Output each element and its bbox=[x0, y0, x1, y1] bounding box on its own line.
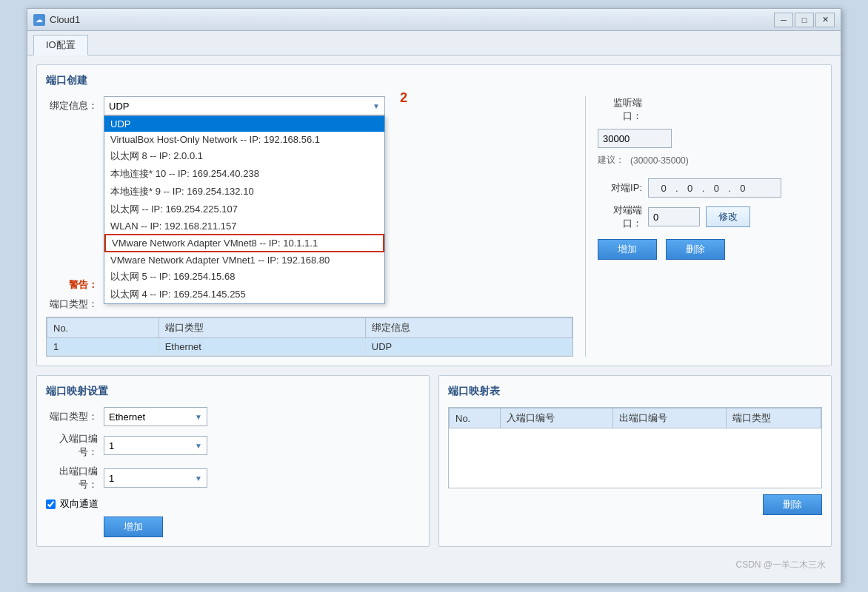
listen-port-row: 监听端口： bbox=[598, 96, 822, 123]
dropdown-item-vbox[interactable]: VirtualBox Host-Only Network -- IP: 192.… bbox=[104, 132, 384, 147]
mapping-port-type-select[interactable]: Ethernet ▼ bbox=[104, 407, 207, 426]
dropdown-item-wlan[interactable]: WLAN -- IP: 192.168.211.157 bbox=[104, 218, 384, 234]
in-port-row: 入端口编号： 1 ▼ bbox=[46, 432, 420, 459]
mapping-table: No. 入端口编号 出端口编号 端口类型 bbox=[449, 408, 821, 488]
dropdown-item-eth5[interactable]: 以太网 5 -- IP: 169.254.15.68 bbox=[104, 268, 384, 286]
binding-selected-text: UDP bbox=[109, 101, 129, 112]
minimize-button[interactable]: ─ bbox=[774, 13, 793, 27]
col-binding: 绑定信息 bbox=[365, 318, 572, 338]
remote-port-row: 对端端口： 修改 bbox=[598, 204, 822, 230]
mapping-table-container: No. 入端口编号 出端口编号 端口类型 bbox=[448, 407, 822, 488]
dropdown-item-local10[interactable]: 本地连接* 10 -- IP: 169.254.40.238 bbox=[104, 165, 384, 183]
in-port-text: 1 bbox=[109, 440, 114, 451]
modify-button[interactable]: 修改 bbox=[706, 206, 750, 227]
bottom-area: 端口映射设置 端口类型： Ethernet ▼ 入端口编号： 1 ▼ bbox=[36, 375, 832, 556]
config-section: 监听端口： 30000 建议： (30000-35000) 对端IP: bbox=[585, 96, 822, 357]
cell-no: 1 bbox=[47, 338, 159, 356]
remote-port-input[interactable] bbox=[648, 207, 700, 226]
mapping-add-row: 增加 bbox=[46, 517, 420, 537]
out-port-text: 1 bbox=[109, 473, 114, 484]
hint-range: (30000-35000) bbox=[630, 155, 689, 166]
port-mapping-table-section: 端口映射表 No. 入端口编号 出端口编号 端口类型 bbox=[438, 375, 832, 547]
map-col-no: No. bbox=[450, 408, 501, 428]
in-port-select[interactable]: 1 ▼ bbox=[104, 436, 207, 455]
col-no: No. bbox=[47, 318, 159, 338]
in-port-label: 入端口编号： bbox=[46, 432, 98, 459]
out-port-select[interactable]: 1 ▼ bbox=[104, 468, 207, 488]
window-controls: ─ □ ✕ bbox=[774, 13, 835, 27]
port-mapping-title: 端口映射设置 bbox=[46, 385, 420, 398]
app-icon: ☁ bbox=[33, 14, 45, 26]
listen-port-input-row: 30000 bbox=[598, 129, 822, 148]
port-mapping-table-title: 端口映射表 bbox=[448, 385, 822, 398]
binding-dropdown-list: UDP VirtualBox Host-Only Network -- IP: … bbox=[104, 115, 385, 304]
dropdown-item-local9[interactable]: 本地连接* 9 -- IP: 169.254.132.10 bbox=[104, 183, 384, 201]
out-port-label: 出端口编号： bbox=[46, 465, 98, 491]
main-content: 端口创建 绑定信息： UDP ▼ UDP bbox=[27, 56, 841, 583]
mapping-port-type-row: 端口类型： Ethernet ▼ bbox=[46, 407, 420, 426]
number-badge: 2 bbox=[400, 90, 407, 106]
map-col-in: 入端口编号 bbox=[501, 408, 613, 428]
binding-select[interactable]: UDP ▼ bbox=[104, 96, 385, 115]
out-port-arrow-icon: ▼ bbox=[195, 474, 202, 482]
tab-io-config[interactable]: IO配置 bbox=[33, 35, 88, 56]
ip-seg3[interactable] bbox=[706, 183, 727, 194]
mapping-empty-row bbox=[450, 428, 821, 488]
remote-port-label: 对端端口： bbox=[598, 204, 642, 230]
dropdown-item-eth8[interactable]: 以太网 8 -- IP: 2.0.0.1 bbox=[104, 147, 384, 165]
title-bar-left: ☁ Cloud1 bbox=[33, 14, 80, 26]
mapping-port-type-arrow-icon: ▼ bbox=[195, 413, 202, 421]
cell-binding: UDP bbox=[365, 338, 572, 356]
title-bar: ☁ Cloud1 ─ □ ✕ bbox=[27, 9, 841, 31]
bidirectional-checkbox[interactable] bbox=[46, 500, 56, 509]
add-port-button[interactable]: 增加 bbox=[598, 239, 657, 260]
port-creation-section: 端口创建 绑定信息： UDP ▼ UDP bbox=[36, 64, 832, 366]
mapping-delete-button[interactable]: 删除 bbox=[763, 494, 822, 515]
map-col-out: 出端口编号 bbox=[613, 408, 726, 428]
in-port-arrow-icon: ▼ bbox=[195, 442, 202, 450]
close-button[interactable]: ✕ bbox=[815, 13, 835, 27]
dropdown-item-udp[interactable]: UDP bbox=[104, 116, 384, 132]
dropdown-item-vmnet1[interactable]: VMware Network Adapter VMnet1 -- IP: 192… bbox=[104, 252, 384, 268]
mapping-add-button[interactable]: 增加 bbox=[104, 517, 163, 537]
ip-seg4[interactable] bbox=[732, 183, 753, 194]
dropdown-arrow-icon: ▼ bbox=[373, 102, 380, 110]
remote-ip-label: 对端IP: bbox=[598, 181, 642, 195]
main-window: ☁ Cloud1 ─ □ ✕ IO配置 端口创建 绑定信息： bbox=[27, 8, 841, 584]
mapping-port-type-label: 端口类型： bbox=[46, 410, 98, 423]
hint-row: 建议： (30000-35000) bbox=[598, 154, 822, 166]
port-table: No. 端口类型 绑定信息 1 Ethernet UDP bbox=[47, 317, 572, 356]
dropdown-container: UDP ▼ UDP VirtualBox Host-Only Network -… bbox=[104, 96, 385, 115]
hint-label: 建议： bbox=[598, 154, 624, 166]
port-creation-title: 端口创建 bbox=[46, 74, 822, 87]
warning-label: 警告： bbox=[46, 278, 98, 292]
window-title: Cloud1 bbox=[50, 14, 80, 25]
out-port-row: 出端口编号： 1 ▼ bbox=[46, 465, 420, 491]
table-row[interactable]: 1 Ethernet UDP bbox=[47, 338, 572, 356]
port-mapping-section: 端口映射设置 端口类型： Ethernet ▼ 入端口编号： 1 ▼ bbox=[36, 375, 430, 547]
listen-port-label: 监听端口： bbox=[598, 96, 642, 123]
bidirectional-label: 双向通道 bbox=[60, 497, 99, 511]
add-delete-row: 增加 删除 bbox=[598, 239, 822, 260]
mapping-port-type-text: Ethernet bbox=[109, 411, 145, 423]
col-type: 端口类型 bbox=[158, 318, 365, 338]
map-col-type: 端口类型 bbox=[726, 408, 821, 428]
delete-port-button[interactable]: 删除 bbox=[666, 239, 725, 260]
top-area: 绑定信息： UDP ▼ UDP VirtualBox Host-Only Net… bbox=[46, 96, 822, 357]
form-section: 绑定信息： UDP ▼ UDP VirtualBox Host-Only Net… bbox=[46, 96, 573, 357]
dropdown-item-eth[interactable]: 以太网 -- IP: 169.254.225.107 bbox=[104, 201, 384, 218]
dropdown-item-eth4[interactable]: 以太网 4 -- IP: 169.254.145.255 bbox=[104, 286, 384, 303]
tab-bar: IO配置 bbox=[27, 31, 841, 56]
ip-seg1[interactable] bbox=[653, 183, 674, 194]
binding-label: 绑定信息： bbox=[46, 99, 98, 112]
dropdown-item-vmnet8[interactable]: VMware Network Adapter VMnet8 -- IP: 10.… bbox=[104, 234, 384, 252]
remote-ip-row: 对端IP: . . . bbox=[598, 178, 822, 198]
mapping-delete-row: 删除 bbox=[448, 494, 822, 515]
maximize-button[interactable]: □ bbox=[795, 13, 814, 27]
port-creation-table: No. 端口类型 绑定信息 1 Ethernet UDP bbox=[46, 317, 573, 357]
cell-type: Ethernet bbox=[158, 338, 365, 356]
ip-input: . . . bbox=[648, 178, 781, 198]
ip-seg2[interactable] bbox=[680, 183, 701, 194]
listen-port-input[interactable]: 30000 bbox=[598, 129, 672, 148]
bidirectional-row: 双向通道 bbox=[46, 497, 420, 511]
